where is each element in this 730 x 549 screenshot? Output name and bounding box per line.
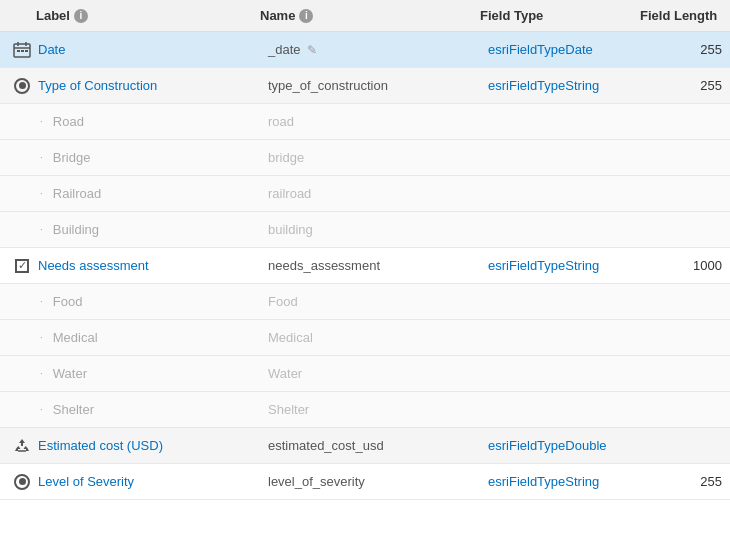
field-length-cell: 255 [640, 71, 730, 100]
field-type-cell: esriFieldTypeDate [480, 35, 640, 64]
row-label: Level of Severity [38, 474, 134, 489]
row-name: type_of_construction [268, 78, 388, 93]
col-name-header: Name i [260, 8, 480, 23]
table-row[interactable]: ✓ Needs assessment needs_assessmentesriF… [0, 248, 730, 284]
sub-dot: · [40, 404, 43, 415]
sub-field-type-cell [480, 151, 640, 165]
sub-dot: · [40, 368, 43, 379]
edit-pencil-icon[interactable]: ✎ [307, 43, 317, 57]
sub-dot: · [40, 224, 43, 235]
svg-rect-5 [21, 50, 24, 52]
label-cell: Level of Severity [0, 465, 260, 499]
field-length-value: 255 [648, 78, 722, 93]
table-row[interactable]: Estimated cost (USD) estimated_cost_usde… [0, 428, 730, 464]
sub-field-type-cell [480, 367, 640, 381]
col-fieldlength-header: Field Length [640, 8, 730, 23]
sub-label: Bridge [53, 150, 91, 165]
label-cell: Date [0, 33, 260, 67]
row-icon [12, 472, 32, 492]
sub-name-cell: Medical [260, 323, 480, 352]
field-length-value: 1000 [648, 258, 722, 273]
sub-dot: · [40, 152, 43, 163]
sub-label-cell: · Bridge [0, 143, 260, 172]
field-length-value: 255 [648, 42, 722, 57]
name-cell: level_of_severity [260, 467, 480, 496]
sub-field-length-cell [640, 295, 730, 309]
sub-label: Road [53, 114, 84, 129]
sub-name: building [268, 222, 313, 237]
sub-label: Water [53, 366, 87, 381]
sub-label-cell: · Medical [0, 323, 260, 352]
sub-label-cell: · Food [0, 287, 260, 316]
field-type-cell: esriFieldTypeDouble [480, 431, 640, 460]
sub-name: road [268, 114, 294, 129]
sub-field-type-cell [480, 115, 640, 129]
sub-field-length-cell [640, 115, 730, 129]
radio-icon [14, 78, 30, 94]
sub-field-type-cell [480, 223, 640, 237]
sub-field-type-cell [480, 331, 640, 345]
field-length-value: 255 [648, 474, 722, 489]
sub-row: · Bridge bridge [0, 140, 730, 176]
sub-name-cell: road [260, 107, 480, 136]
name-cell: _date✎ [260, 35, 480, 64]
svg-rect-6 [25, 50, 28, 52]
field-type-value: esriFieldTypeDouble [488, 438, 607, 453]
sub-dot: · [40, 116, 43, 127]
field-type-cell: esriFieldTypeString [480, 251, 640, 280]
name-info-icon[interactable]: i [299, 9, 313, 23]
name-cell: estimated_cost_usd [260, 431, 480, 460]
sub-field-type-cell [480, 187, 640, 201]
sub-field-length-cell [640, 331, 730, 345]
table-row[interactable]: Type of Construction type_of_constructio… [0, 68, 730, 104]
radio-icon [14, 474, 30, 490]
sub-name: Food [268, 294, 298, 309]
sub-field-type-cell [480, 403, 640, 417]
sub-field-length-cell [640, 403, 730, 417]
row-icon [12, 76, 32, 96]
sub-row: · Food Food [0, 284, 730, 320]
sub-name-cell: building [260, 215, 480, 244]
fieldlength-col-title: Field Length [640, 8, 717, 23]
sub-row: · Road road [0, 104, 730, 140]
row-label: Date [38, 42, 65, 57]
field-type-value: esriFieldTypeDate [488, 42, 593, 57]
table-row[interactable]: Date _date✎esriFieldTypeDate255 [0, 32, 730, 68]
sub-name-cell: bridge [260, 143, 480, 172]
table-row[interactable]: Level of Severity level_of_severityesriF… [0, 464, 730, 500]
col-label-header: Label i [0, 8, 260, 23]
table-header: Label i Name i Field Type Field Length [0, 0, 730, 32]
row-label: Estimated cost (USD) [38, 438, 163, 453]
sub-row: · Water Water [0, 356, 730, 392]
sub-name-cell: Shelter [260, 395, 480, 424]
row-name: estimated_cost_usd [268, 438, 384, 453]
sub-name: railroad [268, 186, 311, 201]
sub-field-length-cell [640, 367, 730, 381]
field-length-cell: 255 [640, 467, 730, 496]
row-icon [12, 436, 32, 456]
label-cell: Estimated cost (USD) [0, 429, 260, 463]
label-cell: Type of Construction [0, 69, 260, 103]
row-name: _date [268, 42, 301, 57]
sub-label-cell: · Building [0, 215, 260, 244]
sub-name-cell: Food [260, 287, 480, 316]
sub-row: · Shelter Shelter [0, 392, 730, 428]
sub-name: Medical [268, 330, 313, 345]
sub-row: · Railroad railroad [0, 176, 730, 212]
sub-label-cell: · Water [0, 359, 260, 388]
recycle-icon [13, 437, 31, 455]
sub-field-length-cell [640, 187, 730, 201]
name-cell: type_of_construction [260, 71, 480, 100]
name-cell: needs_assessment [260, 251, 480, 280]
fields-table: Label i Name i Field Type Field Length D… [0, 0, 730, 500]
field-type-cell: esriFieldTypeString [480, 467, 640, 496]
sub-field-type-cell [480, 295, 640, 309]
field-type-value: esriFieldTypeString [488, 258, 599, 273]
sub-label-cell: · Road [0, 107, 260, 136]
sub-name: Water [268, 366, 302, 381]
row-label: Type of Construction [38, 78, 157, 93]
table-body: Date _date✎esriFieldTypeDate255 Type of … [0, 32, 730, 500]
row-label: Needs assessment [38, 258, 149, 273]
row-icon: ✓ [12, 256, 32, 276]
label-info-icon[interactable]: i [74, 9, 88, 23]
